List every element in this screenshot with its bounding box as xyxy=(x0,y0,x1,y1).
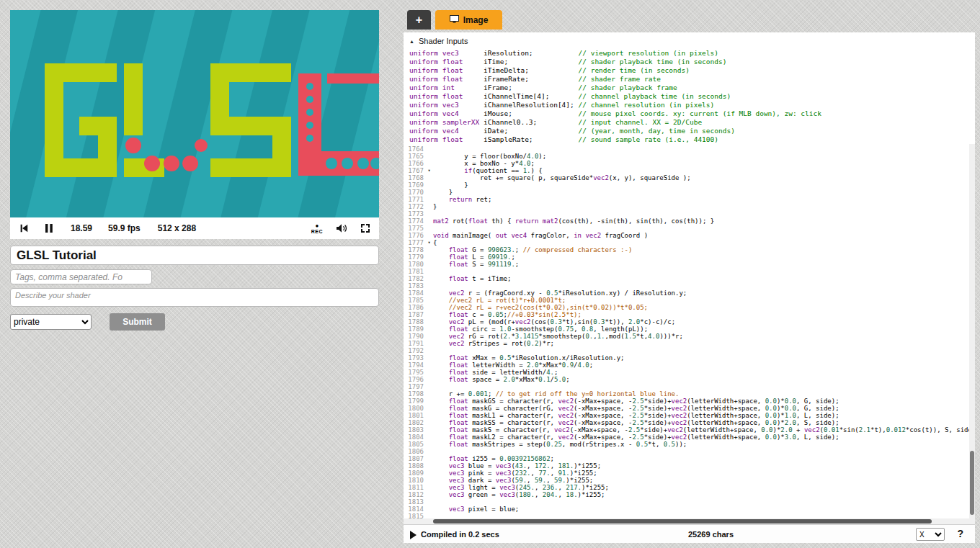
code-line[interactable]: 1811 vec3 light = vec3(245., 236., 217.)… xyxy=(404,484,975,491)
fold-marker-icon xyxy=(425,304,433,311)
code-line[interactable]: 1784 vec2 r = (fragCoord.xy - 0.5*iResol… xyxy=(404,289,975,297)
line-number: 1773 xyxy=(404,210,425,217)
compile-play-icon[interactable] xyxy=(409,529,416,542)
uniform-declaration-line: uniform vec4 iDate; // (year, month, day… xyxy=(409,127,969,135)
code-line[interactable]: 1782 float t = iTime; xyxy=(404,275,975,282)
code-line[interactable]: 1783 xyxy=(404,282,975,289)
fold-marker-icon xyxy=(425,383,433,390)
code-line[interactable]: 1804 float maskL2 = character(r, vec2(-x… xyxy=(404,434,975,441)
code-line[interactable]: 1799 float maskGS = character(r, vec2(-x… xyxy=(404,397,975,405)
line-number: 1774 xyxy=(404,217,425,225)
fold-marker-icon xyxy=(425,484,433,491)
editor-horizontal-scrollbar[interactable] xyxy=(404,518,975,524)
code-line[interactable]: 1810 vec3 dark = vec3(59., 59., 59.)*i25… xyxy=(404,477,975,484)
code-line[interactable]: 1796 float space = 2.0*xMax*0.1/5.0; xyxy=(404,376,975,383)
code-line[interactable]: 1794 float letterWidth = 2.0*xMax*0.9/4.… xyxy=(404,361,975,369)
code-line[interactable]: 1780 float S = 991119.; xyxy=(404,261,975,268)
code-line[interactable]: 1771 return ret; xyxy=(404,196,975,203)
code-line[interactable]: 1781 xyxy=(404,268,975,275)
uniform-declaration-line: uniform float iFrameRate; // shader fram… xyxy=(409,75,969,84)
description-textarea[interactable] xyxy=(10,288,379,307)
code-line[interactable]: 1790 vec2 rG = rot(2.*3.1415*smoothstep(… xyxy=(404,333,975,340)
code-line[interactable]: 1788 vec2 pL = (mod(r+vec2(cos(0.3*t),si… xyxy=(404,318,975,325)
line-number: 1794 xyxy=(404,361,425,369)
uniform-declaration-line: uniform samplerXX iChannel0..3; // input… xyxy=(409,118,969,127)
shader-title-input[interactable] xyxy=(10,246,379,265)
fold-marker-icon xyxy=(425,210,433,217)
fold-marker-icon[interactable]: ▾ xyxy=(425,239,433,246)
line-number: 1772 xyxy=(404,203,425,210)
line-number: 1766 xyxy=(404,160,425,167)
fold-marker-icon xyxy=(425,419,433,426)
code-line[interactable]: 1765 y = floor(boxNo/4.0); xyxy=(404,153,975,160)
code-line[interactable]: 1808 vec3 blue = vec3(43., 172., 181.)*i… xyxy=(404,462,975,470)
fold-marker-icon xyxy=(425,448,433,455)
editor-vertical-scrollbar[interactable] xyxy=(969,144,975,518)
horizontal-scrollbar-thumb[interactable] xyxy=(433,519,932,524)
code-line[interactable]: 1806 xyxy=(404,448,975,455)
volume-icon[interactable] xyxy=(336,223,347,233)
code-line[interactable]: 1776void mainImage( out vec4 fragColor, … xyxy=(404,232,975,239)
code-line[interactable]: 1779 float L = 69919.; xyxy=(404,253,975,261)
code-line[interactable]: 1807 float i255 = 0.00392156862; xyxy=(404,455,975,462)
code-line[interactable]: 1775 xyxy=(404,225,975,232)
code-editor[interactable]: 17641765 y = floor(boxNo/4.0);1766 x = b… xyxy=(404,144,975,524)
code-line[interactable]: 1809 vec3 pink = vec3(232., 77., 91.)*i2… xyxy=(404,470,975,477)
shader-inputs-header[interactable]: ▲ Shader Inputs xyxy=(404,32,975,48)
code-line[interactable]: 1772} xyxy=(404,203,975,210)
code-line[interactable]: 1777▾{ xyxy=(404,239,975,246)
tab-image[interactable]: Image xyxy=(435,10,502,30)
help-button[interactable]: ? xyxy=(957,528,963,539)
code-line[interactable]: 1770 } xyxy=(404,189,975,196)
code-line[interactable]: 1812 vec3 green = vec3(180., 204., 18.)*… xyxy=(404,491,975,498)
code-line[interactable]: 1778 float G = 990623.; // compressed ch… xyxy=(404,246,975,253)
tags-input[interactable] xyxy=(10,269,152,284)
code-line[interactable]: 1785 //vec2 rL = rot(t)*r+0.0001*t; xyxy=(404,297,975,304)
add-tab-button[interactable]: + xyxy=(407,10,431,30)
fold-marker-icon xyxy=(425,376,433,383)
code-line[interactable]: 1786 //vec2 rL = r+vec2(cos(t*0.02),sin(… xyxy=(404,304,975,311)
code-line[interactable]: 1800 float maskG = character(rG, vec2(-x… xyxy=(404,405,975,412)
line-number: 1775 xyxy=(404,225,425,232)
code-line[interactable]: 1801 float maskL1 = character(r, vec2(-x… xyxy=(404,412,975,419)
code-line[interactable]: 1767▾ if(quotient == 1.) { xyxy=(404,167,975,174)
fold-marker-icon[interactable]: ▾ xyxy=(425,167,433,174)
code-line[interactable]: 1805 float maskStripes = step(0.25, mod(… xyxy=(404,441,975,448)
line-number: 1812 xyxy=(404,491,425,498)
fullscreen-icon[interactable] xyxy=(360,223,370,233)
code-line[interactable]: 1813 xyxy=(404,498,975,506)
vertical-scrollbar-thumb[interactable] xyxy=(970,451,974,514)
collapse-triangle-icon[interactable]: ▲ xyxy=(409,39,414,44)
code-line[interactable]: 1773 xyxy=(404,210,975,217)
line-number: 1787 xyxy=(404,311,425,318)
uniform-declaration-line: uniform int iFrame; // shader playback f… xyxy=(409,84,969,92)
record-button[interactable]: ● REC xyxy=(311,223,323,234)
code-line[interactable]: 1789 float circ = 1.0-smoothstep(0.75, 0… xyxy=(404,325,975,333)
shader-canvas[interactable] xyxy=(10,10,379,217)
code-line[interactable]: 1764 xyxy=(404,145,975,153)
code-line[interactable]: 1798 r += 0.001; // to get rid off the y… xyxy=(404,390,975,397)
fps-counter: 59.9 fps xyxy=(108,223,141,233)
line-number: 1797 xyxy=(404,383,425,390)
code-line[interactable]: 1802 float maskSS = character(r, vec2(-x… xyxy=(404,419,975,426)
code-line[interactable]: 1791 vec2 rStripes = rot(0.2)*r; xyxy=(404,340,975,347)
code-line[interactable]: 1795 float side = letterWidth/4.; xyxy=(404,369,975,376)
code-line[interactable]: 1803 float maskS = character(r, vec2(-xM… xyxy=(404,426,975,434)
rewind-button[interactable] xyxy=(19,223,29,233)
export-select[interactable]: X xyxy=(916,528,945,541)
code-line[interactable]: 1814 vec3 pixel = blue; xyxy=(404,506,975,513)
code-line[interactable]: 1787 float c = 0.05;//+0.03*sin(2.5*t); xyxy=(404,311,975,318)
code-line[interactable]: 1792 xyxy=(404,347,975,354)
fold-marker-icon xyxy=(425,196,433,203)
code-line[interactable]: 1793 float xMax = 0.5*iResolution.x/iRes… xyxy=(404,354,975,361)
code-editor-column: + Image ▲ Shader Inputs uniform vec3 iRe… xyxy=(404,0,975,548)
visibility-select[interactable]: private xyxy=(10,314,92,330)
code-line[interactable]: 1766 x = boxNo - y*4.0; xyxy=(404,160,975,167)
pause-button[interactable] xyxy=(45,223,53,233)
code-line[interactable]: 1797 xyxy=(404,383,975,390)
code-line[interactable]: 1774mat2 rot(float th) { return mat2(cos… xyxy=(404,217,975,225)
code-line[interactable]: 1769 } xyxy=(404,181,975,189)
code-line[interactable]: 1768 ret += square( p, squareSide*vec2(x… xyxy=(404,174,975,181)
fold-marker-icon xyxy=(425,506,433,513)
submit-button[interactable]: Submit xyxy=(110,313,165,331)
